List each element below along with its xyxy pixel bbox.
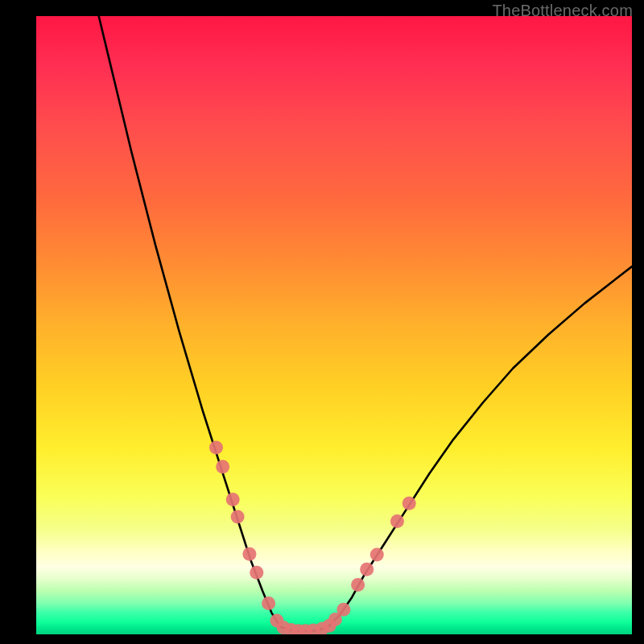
- chart-frame: TheBottleneck.com: [0, 0, 644, 644]
- gradient-background: [36, 16, 632, 634]
- watermark-text: TheBottleneck.com: [492, 2, 633, 20]
